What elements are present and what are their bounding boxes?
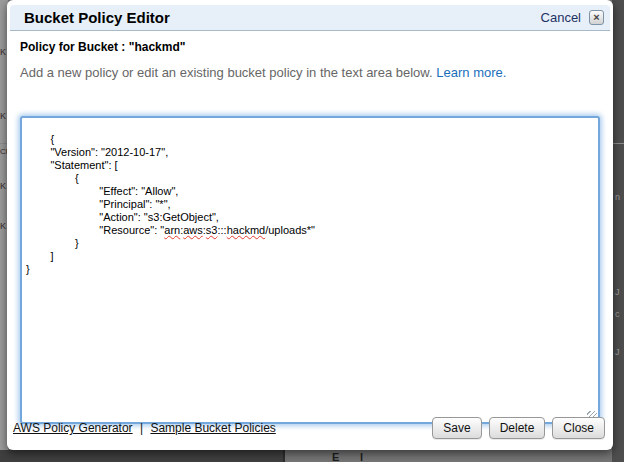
backdrop-text-fragment: c — [615, 310, 620, 319]
policy-json-text: { "Version": "2012-10-17", "Statement": … — [26, 133, 315, 275]
dialog-body: Policy for Bucket : "hackmd" Add a new p… — [7, 40, 613, 424]
backdrop-bottom-panel — [0, 450, 283, 462]
close-dialog-button[interactable]: Close — [552, 417, 605, 439]
backdrop-text-fragment: J — [615, 348, 620, 357]
description-text: Add a new policy or edit an existing buc… — [20, 65, 433, 80]
aws-policy-generator-link[interactable]: AWS Policy Generator — [13, 421, 133, 435]
policy-editor-container: { "Version": "2012-10-17", "Statement": … — [20, 116, 600, 424]
dialog-title: Bucket Policy Editor — [24, 9, 541, 26]
link-separator: | — [140, 421, 143, 435]
delete-button[interactable]: Delete — [489, 417, 546, 439]
backdrop-text-fragment: n — [615, 193, 620, 202]
backdrop-text-fragment: l — [360, 453, 363, 462]
dialog-description: Add a new policy or edit an existing buc… — [20, 65, 600, 80]
backdrop-text-fragment: K — [0, 222, 6, 231]
close-button[interactable]: × — [589, 10, 604, 25]
backdrop-text-fragment: K — [0, 48, 6, 57]
policy-for-bucket-label: Policy for Bucket : "hackmd" — [20, 40, 600, 54]
dialog-footer: AWS Policy Generator | Sample Bucket Pol… — [7, 413, 613, 450]
bucket-policy-editor-dialog: Bucket Policy Editor Cancel × Policy for… — [7, 0, 613, 450]
backdrop-text-fragment: K — [0, 112, 6, 121]
cancel-link[interactable]: Cancel — [541, 10, 581, 25]
backdrop-text-fragment: E — [332, 453, 339, 462]
learn-more-link[interactable]: Learn more. — [436, 65, 506, 80]
backdrop-text-fragment: J — [615, 288, 620, 297]
close-icon: × — [593, 11, 599, 23]
save-button[interactable]: Save — [432, 417, 481, 439]
policy-textarea[interactable]: { "Version": "2012-10-17", "Statement": … — [20, 116, 600, 424]
backdrop-right-strip — [612, 0, 624, 462]
footer-links: AWS Policy Generator | Sample Bucket Pol… — [13, 421, 425, 435]
backdrop-text-fragment: K — [0, 182, 6, 191]
sample-bucket-policies-link[interactable]: Sample Bucket Policies — [150, 421, 275, 435]
dialog-header: Bucket Policy Editor Cancel × — [10, 5, 610, 31]
